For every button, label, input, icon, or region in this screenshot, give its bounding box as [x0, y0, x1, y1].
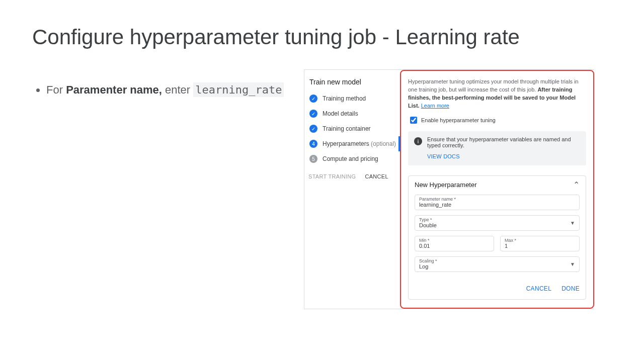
instruction-bold: Paramenter name,: [66, 83, 162, 96]
field-value: Log: [419, 263, 575, 269]
check-icon: [309, 95, 317, 103]
start-training-button[interactable]: START TRAINING: [308, 173, 356, 179]
enable-tuning-label: Enable hyperparameter tuning: [421, 117, 496, 123]
field-label: Scaling *: [419, 258, 575, 263]
step-model-details[interactable]: Model details: [308, 106, 400, 121]
step-label: Hyperparameters: [323, 140, 369, 147]
enable-tuning-checkbox-row[interactable]: Enable hyperparameter tuning: [408, 115, 586, 125]
page-title: Configure hyperparameter tuning job - Le…: [32, 25, 612, 49]
field-label: Type *: [419, 217, 575, 222]
step-optional: (optional): [371, 140, 396, 147]
step-hyperparameters[interactable]: 4 Hyperparameters (optional): [308, 136, 400, 151]
chevron-up-icon[interactable]: ⌃: [573, 180, 580, 190]
enable-tuning-checkbox[interactable]: [410, 117, 417, 124]
field-value: Double: [419, 222, 575, 228]
field-value: learning_rate: [419, 202, 575, 208]
learn-more-link[interactable]: Learn more: [421, 103, 449, 109]
field-label: Parameter name *: [419, 197, 575, 202]
step-label: Training method: [323, 95, 366, 102]
field-value: 1: [505, 243, 575, 249]
field-value: 0.01: [419, 243, 490, 249]
hyperparameter-panel: Hyperparameter tuning optimizes your mod…: [400, 70, 594, 309]
scaling-select[interactable]: Scaling * Log ▼: [415, 256, 580, 272]
card-done-button[interactable]: DONE: [561, 285, 580, 292]
check-icon: [309, 110, 317, 118]
view-docs-link[interactable]: VIEW DOCS: [427, 153, 580, 159]
step-number-icon: 4: [309, 140, 317, 148]
cancel-button[interactable]: CANCEL: [365, 173, 388, 179]
step-label: Model details: [323, 110, 358, 117]
field-label: Max *: [505, 238, 575, 243]
step-compute-pricing[interactable]: 5 Compute and pricing: [308, 151, 400, 166]
step-training-method[interactable]: Training method: [308, 91, 400, 106]
instruction-code: learning_rate: [193, 82, 284, 97]
dropdown-icon: ▼: [570, 261, 575, 267]
type-select[interactable]: Type * Double ▼: [415, 215, 580, 231]
min-field[interactable]: Min * 0.01: [415, 236, 494, 251]
check-icon: [309, 125, 317, 133]
max-field[interactable]: Max * 1: [500, 236, 580, 251]
step-label: Compute and pricing: [323, 155, 378, 162]
instruction-text-prefix: For: [46, 83, 66, 96]
info-box: i Ensure that your hyperparameter variab…: [408, 131, 586, 165]
stepper-title: Train new model: [309, 78, 400, 86]
new-hyperparameter-card: New Hyperparameter ⌃ Parameter name * le…: [408, 175, 586, 300]
card-title: New Hyperparameter: [415, 181, 477, 189]
dropdown-icon: ▼: [570, 220, 575, 226]
field-label: Min *: [419, 238, 490, 243]
step-number-icon: 5: [309, 155, 317, 163]
hp-description: Hyperparameter tuning optimizes your mod…: [408, 78, 586, 110]
instructions: For Paramenter name, enter learning_rate: [32, 69, 294, 99]
card-cancel-button[interactable]: CANCEL: [526, 285, 551, 292]
step-label: Training container: [323, 125, 371, 132]
instruction-text-suffix: enter: [162, 83, 193, 96]
parameter-name-field[interactable]: Parameter name * learning_rate: [415, 195, 580, 210]
info-text: Ensure that your hyperparameter variable…: [427, 136, 580, 148]
stepper: Train new model Training method Model de…: [304, 70, 400, 309]
step-training-container[interactable]: Training container: [308, 121, 400, 136]
info-icon: i: [414, 137, 422, 145]
